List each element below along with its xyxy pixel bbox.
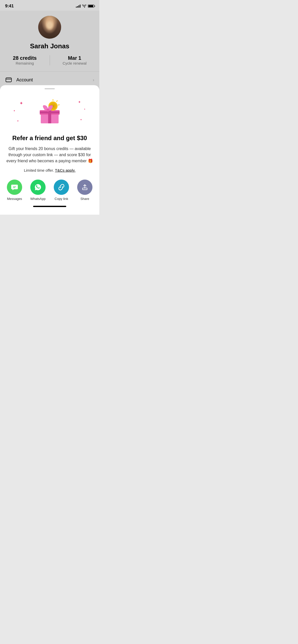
gift-box-svg: H [36, 98, 64, 126]
battery-icon [88, 5, 94, 8]
referral-description: Gift your friends 20 bonus credits — ava… [6, 146, 93, 164]
renewal-stat: Mar 1 Cycle renewal [55, 55, 94, 65]
svg-rect-9 [40, 111, 60, 113]
profile-name: Sarah Jonas [30, 42, 70, 50]
renewal-label: Cycle renewal [55, 61, 94, 65]
svg-line-16 [58, 105, 59, 105]
signal-icon [76, 5, 80, 8]
status-bar: 9:41 [0, 0, 99, 11]
messages-circle [7, 180, 22, 195]
credits-stat: 28 credits Remaining [5, 55, 45, 65]
gift-illustration: ✦ ✦ ✦ ✦ ✦ ✦ H [6, 95, 93, 128]
avatar [38, 16, 61, 39]
share-actions: Messages WhatsApp Copy link [6, 180, 93, 201]
share-copylink-button[interactable]: Copy link [54, 180, 69, 201]
chevron-right-icon: › [93, 77, 94, 83]
share-messages-button[interactable]: Messages [7, 180, 22, 201]
whatsapp-label: WhatsApp [30, 197, 46, 201]
share-more-circle [77, 180, 92, 195]
sheet-handle [45, 88, 55, 89]
share-label: Share [80, 197, 89, 201]
svg-line-15 [57, 101, 57, 101]
card-icon [5, 76, 12, 83]
referral-title: Refer a friend and get $30 [6, 135, 93, 142]
whatsapp-circle [30, 180, 46, 195]
sparkle-1: ✦ [19, 100, 23, 106]
status-icons [76, 5, 94, 8]
sparkle-4: ✦ [78, 100, 81, 104]
account-label: Account [16, 77, 93, 83]
renewal-date: Mar 1 [55, 55, 94, 61]
stats-row: 28 credits Remaining Mar 1 Cycle renewal [5, 55, 94, 65]
profile-section: Sarah Jonas 28 credits Remaining Mar 1 C… [0, 11, 99, 71]
svg-point-13 [46, 109, 49, 112]
tc-link[interactable]: T&Cs apply. [55, 168, 76, 172]
messages-label: Messages [7, 197, 22, 201]
wifi-icon [82, 5, 86, 8]
bottom-sheet: ✦ ✦ ✦ ✦ ✦ ✦ H [0, 85, 99, 215]
share-more-button[interactable]: Share [77, 180, 92, 201]
copylink-label: Copy link [55, 197, 68, 201]
share-whatsapp-button[interactable]: WhatsApp [30, 180, 46, 201]
stats-divider [50, 55, 50, 65]
credits-label: Remaining [5, 61, 45, 65]
credits-value: 28 credits [5, 55, 45, 61]
sparkle-6: ✦ [80, 118, 82, 121]
sparkle-2: ✦ [13, 109, 15, 112]
sparkle-5: ✦ [84, 108, 86, 110]
svg-rect-0 [6, 78, 11, 82]
limited-offer-text: Limited time offer. T&Cs apply. [6, 168, 93, 172]
home-indicator [33, 206, 66, 207]
sparkle-3: ✦ [17, 120, 19, 122]
status-time: 9:41 [5, 4, 14, 9]
copylink-circle [54, 180, 69, 195]
